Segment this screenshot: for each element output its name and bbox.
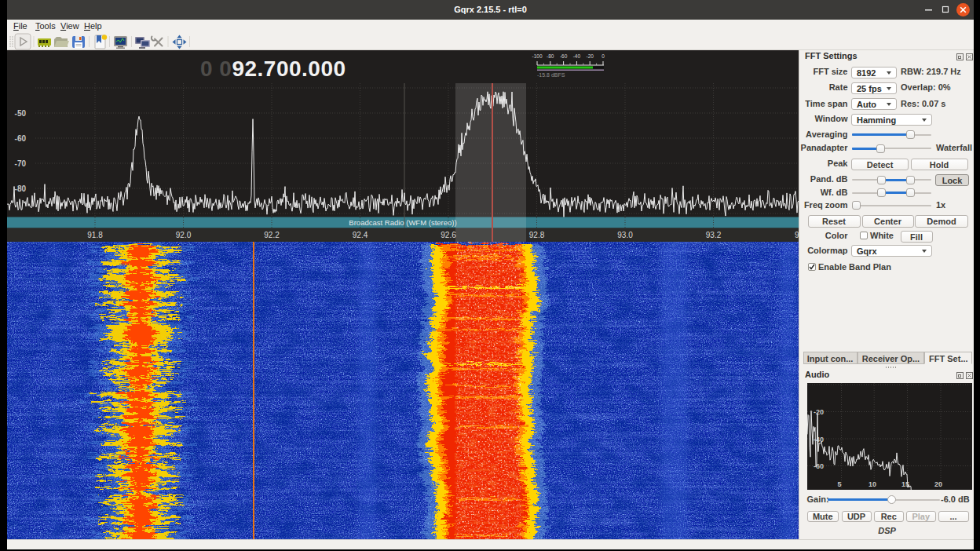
svg-text:93.2: 93.2 (706, 231, 722, 239)
svg-text:0 092.700.000: 0 092.700.000 (200, 57, 346, 81)
svg-text:92.0: 92.0 (176, 231, 192, 239)
svg-text:91.8: 91.8 (87, 231, 103, 239)
svg-text:5: 5 (837, 480, 841, 488)
svg-text:-15.8 dBFS: -15.8 dBFS (537, 72, 565, 78)
svg-text:-20: -20 (814, 408, 824, 416)
svg-text:-60: -60 (15, 134, 27, 143)
svg-text:20: 20 (934, 480, 942, 488)
svg-text:92.2: 92.2 (264, 231, 280, 239)
svg-text:Broadcast Radio (WFM (stereo)): Broadcast Radio (WFM (stereo)) (349, 218, 456, 227)
svg-text:93.0: 93.0 (617, 231, 633, 239)
svg-text:-50: -50 (15, 109, 27, 118)
svg-text:-20: -20 (586, 53, 594, 59)
svg-text:-80: -80 (15, 184, 27, 193)
svg-text:-80: -80 (547, 53, 554, 59)
svg-text:-70: -70 (15, 159, 27, 168)
svg-text:-40: -40 (573, 53, 581, 59)
svg-text:92.4: 92.4 (353, 231, 368, 239)
svg-text:92.6: 92.6 (441, 231, 456, 239)
svg-text:-60: -60 (560, 53, 568, 59)
svg-text:0: 0 (602, 53, 605, 59)
svg-text:-60: -60 (814, 462, 824, 470)
svg-text:-100: -100 (532, 53, 542, 59)
svg-text:10: 10 (868, 480, 876, 488)
svg-text:92.8: 92.8 (529, 231, 545, 239)
